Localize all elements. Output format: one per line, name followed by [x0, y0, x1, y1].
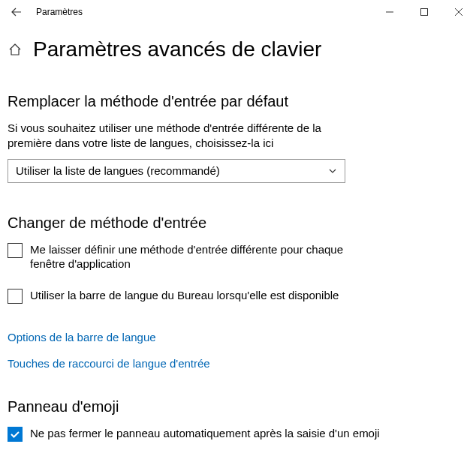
section-emoji-title: Panneau d'emoji [8, 398, 468, 416]
section-switch-title: Changer de méthode d'entrée [8, 214, 468, 232]
checkbox-per-window-label[interactable]: Me laisser définir une méthode d'entrée … [30, 242, 353, 272]
page-title: Paramètres avancés de clavier [33, 38, 321, 62]
link-hotkeys[interactable]: Touches de raccourci de langue d'entrée [8, 357, 468, 370]
checkbox-per-window-row: Me laisser définir une méthode d'entrée … [8, 242, 353, 272]
checkbox-desktop-bar-row: Utiliser la barre de langue du Bureau lo… [8, 288, 353, 304]
link-language-bar-options[interactable]: Options de la barre de langue [8, 331, 468, 344]
minimize-icon [386, 8, 393, 16]
checkbox-emoji-noclose-row: Ne pas fermer le panneau automatiquement… [8, 426, 428, 442]
checkbox-desktop-bar-label[interactable]: Utiliser la barre de langue du Bureau lo… [30, 288, 339, 303]
maximize-button[interactable] [407, 0, 441, 24]
home-icon [8, 43, 22, 56]
close-icon [455, 8, 462, 16]
dropdown-value: Utiliser la liste de langues (recommandé… [16, 164, 220, 177]
titlebar: Paramètres [0, 0, 476, 24]
back-button[interactable] [8, 3, 26, 21]
checkbox-per-window[interactable] [8, 243, 23, 258]
section-override-description: Si vous souhaitez utiliser une méthode d… [8, 121, 338, 152]
maximize-icon [420, 8, 428, 16]
home-button[interactable] [8, 42, 23, 57]
minimize-button[interactable] [372, 0, 407, 24]
checkbox-emoji-noclose[interactable] [8, 427, 23, 442]
arrow-left-icon [11, 7, 22, 17]
chevron-down-icon [328, 166, 337, 176]
input-method-dropdown[interactable]: Utiliser la liste de langues (recommandé… [8, 159, 345, 183]
svg-rect-0 [421, 9, 428, 16]
close-button[interactable] [441, 0, 476, 24]
content-area: Paramètres avancés de clavier Remplacer … [0, 24, 476, 442]
window-controls [372, 0, 476, 24]
checkmark-icon [10, 429, 20, 440]
section-override-title: Remplacer la méthode d'entrée par défaut [8, 93, 468, 110]
checkbox-emoji-noclose-label[interactable]: Ne pas fermer le panneau automatiquement… [30, 426, 380, 441]
app-name: Paramètres [36, 7, 83, 17]
page-header: Paramètres avancés de clavier [8, 38, 468, 62]
checkbox-desktop-bar[interactable] [8, 289, 23, 304]
